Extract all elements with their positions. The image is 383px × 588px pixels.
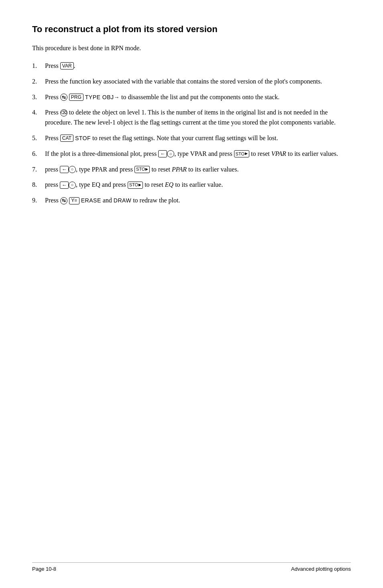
step-1: 1. Press VAR.	[32, 61, 351, 71]
prg-key: PRG	[69, 94, 84, 101]
yeq-key: Y=	[69, 197, 79, 204]
step-7-num: 7.	[32, 165, 45, 175]
type-obj-cmd: TYPE OBJ→	[85, 94, 120, 100]
step-1-content: Press VAR.	[45, 61, 351, 71]
shift-key-9: ↹	[60, 197, 67, 204]
step-6-num: 6.	[32, 149, 45, 159]
step-3-content: Press ↹ PRG TYPE OBJ→ to disassemble the…	[45, 92, 351, 102]
step-1-num: 1.	[32, 61, 45, 71]
vpar-text: VPAR	[271, 150, 286, 157]
step-3: 3. Press ↹ PRG TYPE OBJ→ to disassemble …	[32, 92, 351, 102]
var-key: VAR	[60, 62, 74, 69]
cat-key: CAT	[60, 135, 73, 142]
circle-key-7: ○	[69, 166, 76, 173]
page-footer: Page 10-8 Advanced plotting options	[32, 562, 351, 572]
step-3-num: 3.	[32, 92, 45, 102]
left-arrow-key-7: ←	[60, 166, 69, 173]
step-4-num: 4.	[32, 108, 45, 118]
step-2-num: 2.	[32, 77, 45, 87]
step-5-num: 5.	[32, 133, 45, 143]
left-arrow-key-8: ←	[60, 182, 69, 189]
page-container: To reconstruct a plot from its stored ve…	[0, 0, 383, 588]
left-arrow-key-6: ←	[158, 150, 167, 157]
circle-key-8: ○	[69, 182, 76, 189]
step-9-num: 9.	[32, 196, 45, 206]
ppar-text: PPAR	[172, 166, 187, 173]
step-5-content: Press CAT STOF to reset the flag setting…	[45, 133, 351, 143]
page-title: To reconstruct a plot from its stored ve…	[32, 24, 351, 35]
step-6-content: If the plot is a three-dimensional plot,…	[45, 149, 351, 159]
step-9: 9. Press ↹ Y= ERASE and DRAW to redraw t…	[32, 196, 351, 206]
footer-section-title: Advanced plotting options	[291, 566, 351, 572]
step-5: 5. Press CAT STOF to reset the flag sett…	[32, 133, 351, 143]
step-2-content: Press the function key associated with t…	[45, 77, 351, 87]
circle-key-6: ○	[167, 150, 174, 157]
steps-list: 1. Press VAR. 2. Press the function key …	[32, 61, 351, 206]
draw-cmd: DRAW	[114, 197, 131, 204]
sto-key-7: STO	[134, 166, 150, 173]
step-7: 7. press ←○, type PPAR and press STO to …	[32, 165, 351, 175]
step-7-content: press ←○, type PPAR and press STO to res…	[45, 165, 351, 175]
step-9-content: Press ↹ Y= ERASE and DRAW to redraw the …	[45, 196, 351, 206]
step-6: 6. If the plot is a three-dimensional pl…	[32, 149, 351, 159]
erase-cmd: ERASE	[81, 197, 101, 204]
step-2: 2. Press the function key associated wit…	[32, 77, 351, 87]
shift-key-3: ↹	[60, 94, 67, 101]
step-4: 4. Press ⌫ to delete the object on level…	[32, 108, 351, 128]
backspace-key: ⌫	[60, 109, 67, 116]
sto-key-8: STO	[128, 182, 143, 189]
footer-page-num: Page 10-8	[32, 566, 56, 572]
step-8: 8. press ←○, type EQ and press STO to re…	[32, 180, 351, 190]
step-4-content: Press ⌫ to delete the object on level 1.…	[45, 108, 351, 128]
step-8-num: 8.	[32, 180, 45, 190]
intro-text: This procedure is best done in RPN mode.	[32, 43, 351, 53]
sto-key-6: STO	[234, 150, 249, 157]
eq-text: EQ	[165, 181, 173, 188]
step-8-content: press ←○, type EQ and press STO to reset…	[45, 180, 351, 190]
stof-cmd: STOF	[75, 135, 91, 141]
